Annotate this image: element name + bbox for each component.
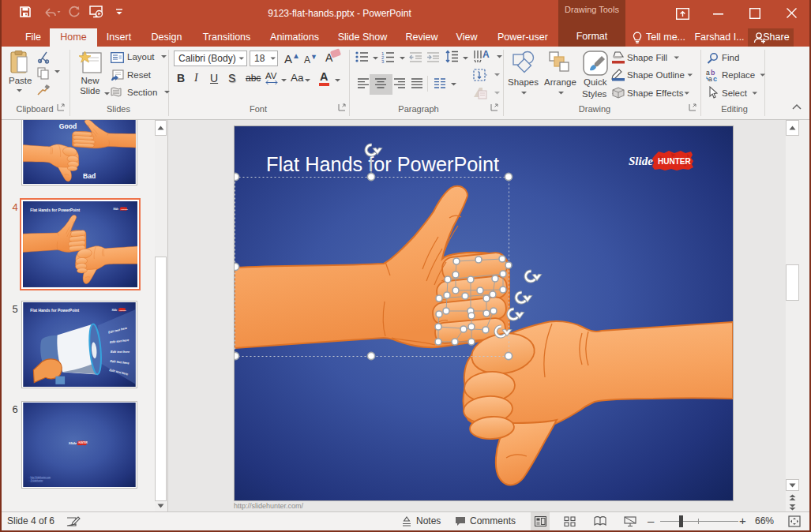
svg-text:Flat Hands for PowerPoint: Flat Hands for PowerPoint bbox=[30, 309, 79, 313]
svg-text:Bad: Bad bbox=[83, 172, 96, 180]
svg-text:Edit text here: Edit text here bbox=[111, 350, 130, 354]
svg-text:Flat Hands for PowerPoint: Flat Hands for PowerPoint bbox=[30, 208, 80, 212]
svg-text:Slide: Slide bbox=[111, 309, 117, 312]
svg-text:HUNTER: HUNTER bbox=[121, 208, 128, 210]
svg-text:Slide: Slide bbox=[69, 441, 77, 445]
svg-text:HUNTER: HUNTER bbox=[658, 157, 691, 166]
svg-text:Slide: Slide bbox=[629, 155, 653, 167]
svg-text:A: A bbox=[482, 50, 490, 60]
svg-text:HUNTER: HUNTER bbox=[119, 309, 126, 311]
svg-text:3: 3 bbox=[381, 59, 385, 63]
svg-text:Slide: Slide bbox=[113, 208, 118, 211]
svg-text:Flat Hands for PowerPoint: Flat Hands for PowerPoint bbox=[266, 152, 500, 176]
svg-text:a: a bbox=[708, 75, 712, 82]
svg-text:Good: Good bbox=[59, 122, 77, 130]
svg-text:c: c bbox=[713, 75, 717, 82]
